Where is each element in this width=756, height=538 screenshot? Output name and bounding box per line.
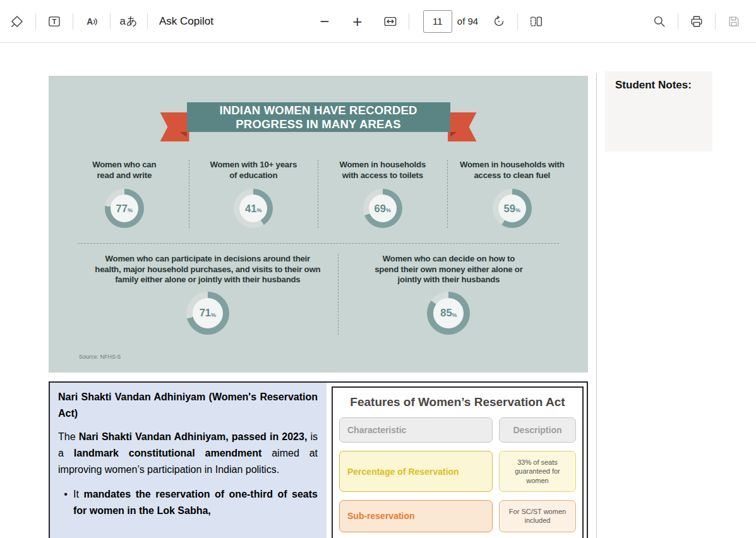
article-heading: Nari Shakti Vandan Adhiniyam (Women's Re… (58, 389, 318, 421)
text-run-bold: mandates the reservation of one-third of… (73, 489, 318, 516)
pdf-page: INDIAN WOMEN HAVE RECORDED PROGRESS IN M… (49, 76, 588, 538)
stat-value: 85 (440, 307, 452, 319)
toolbar-separator (110, 13, 111, 30)
text-run: The (58, 431, 79, 442)
ribbon-tail-left (160, 112, 189, 141)
article-panel: Nari Shakti Vandan Adhiniyam (Women's Re… (50, 383, 327, 538)
stat-clean-fuel: Women in households with access to clean… (448, 160, 577, 228)
stat-label: Women who can read and write (65, 160, 184, 181)
percent-sign: % (386, 207, 391, 213)
article-bullet: • It mandates the reservation of one-thi… (58, 486, 318, 519)
save-icon[interactable] (722, 9, 746, 33)
table-header-row: Characteristic Description (333, 417, 582, 443)
search-icon[interactable] (647, 9, 671, 33)
print-icon[interactable] (685, 9, 709, 33)
rotate-icon[interactable] (487, 9, 511, 33)
stat-value: 41 (245, 203, 256, 215)
add-text-icon[interactable]: T (42, 9, 66, 33)
cell-characteristic: Percentage of Reservation (339, 451, 493, 492)
stat-label: Women in households with access to clean… (453, 160, 572, 181)
stat-read-write: Women who can read and write 77% (60, 160, 189, 228)
infographic-title-line2: PROGRESS IN MANY AREAS (236, 117, 400, 131)
features-table: Features of Women’s Reservation Act Char… (332, 386, 584, 538)
features-panel: Features of Women’s Reservation Act Char… (327, 383, 587, 538)
student-notes-title: Student Notes: (615, 79, 702, 92)
table-row: Sub-reservation For SC/ST women included (333, 500, 582, 532)
zoom-out-button[interactable]: − (313, 9, 337, 33)
stat-education: Women with 10+ years of education 41% (189, 160, 319, 228)
minus-icon: − (320, 13, 329, 30)
stat-value: 71 (200, 307, 211, 319)
toolbar-separator (715, 13, 716, 30)
donut-chart: 71% (186, 292, 229, 335)
table-row: Percentage of Reservation 33% of seats g… (333, 451, 582, 492)
text-run-bold: Nari Shakti Vandan Adhiniyam, passed in … (79, 431, 308, 442)
dashed-divider (78, 243, 559, 244)
infographic-title-line1: INDIAN WOMEN HAVE RECORDED (219, 104, 417, 117)
page-count-label: of 94 (457, 16, 478, 27)
text-run-bold: landmark constitutional amendment (74, 448, 262, 458)
article-paragraph: The Nari Shakti Vandan Adhiniyam, passed… (58, 429, 318, 478)
toolbar-separator (517, 13, 518, 30)
fit-to-width-icon[interactable] (378, 9, 402, 33)
cell-characteristic: Sub-reservation (339, 500, 493, 532)
stat-decisions: Women who can participate in decisions a… (78, 254, 339, 335)
header-characteristic: Characteristic (339, 417, 493, 443)
stat-label: Women who can participate in decisions a… (87, 254, 329, 285)
toolbar-separator (409, 13, 409, 30)
document-section: Nari Shakti Vandan Adhiniyam (Women's Re… (49, 381, 588, 538)
bullet-marker: • (58, 486, 73, 519)
header-description: Description (499, 417, 576, 443)
donut-chart: 85% (427, 292, 470, 335)
content-divider (596, 73, 597, 538)
stat-own-money: Women who can decide on how to spend the… (339, 254, 559, 335)
stat-value: 69 (375, 203, 386, 215)
stat-label: Women in households with access to toile… (323, 160, 442, 181)
percent-sign: % (211, 312, 216, 318)
cell-description: For SC/ST women included (499, 500, 576, 532)
donut-chart: 77% (105, 189, 144, 228)
highlighter-icon[interactable] (5, 9, 29, 33)
stat-label: Women with 10+ years of education (195, 160, 313, 181)
donut-chart: 41% (234, 189, 273, 228)
toolbar-separator (73, 13, 73, 30)
infographic-source: Source: NFHS-5 (79, 354, 121, 360)
percent-sign: % (515, 207, 520, 213)
plus-icon: + (352, 13, 362, 30)
stat-value: 77 (116, 203, 128, 215)
translate-icon[interactable]: aあ (117, 9, 141, 33)
text-run: It (73, 489, 83, 499)
read-aloud-icon[interactable]: A (80, 9, 104, 33)
page-view-icon[interactable] (524, 9, 548, 33)
ribbon-tail-right (448, 112, 477, 141)
percent-sign: % (452, 312, 457, 318)
stat-toilets: Women in households with access to toile… (318, 160, 448, 228)
infographic-title-banner: INDIAN WOMEN HAVE RECORDED PROGRESS IN M… (187, 102, 450, 132)
student-notes-panel: Student Notes: (605, 71, 712, 152)
stat-value: 59 (504, 203, 515, 215)
percent-sign: % (256, 207, 261, 213)
svg-text:A: A (87, 17, 93, 27)
toolbar-separator (678, 13, 678, 30)
stat-label: Women who can decide on how to spend the… (347, 254, 550, 285)
page-number-input[interactable] (423, 10, 452, 33)
features-title: Features of Women’s Reservation Act (333, 395, 582, 409)
zoom-in-button[interactable]: + (345, 9, 369, 33)
donut-chart: 59% (493, 189, 532, 228)
percent-sign: % (128, 207, 133, 213)
svg-text:T: T (52, 17, 57, 25)
toolbar-separator (147, 13, 148, 30)
pdf-toolbar: T A aあ Ask Copilot − + of 94 (0, 0, 756, 43)
ask-copilot-button[interactable]: Ask Copilot (159, 15, 213, 28)
donut-chart: 69% (363, 189, 402, 228)
cell-description: 33% of seats guaranteed for women (499, 451, 576, 492)
infographic: INDIAN WOMEN HAVE RECORDED PROGRESS IN M… (49, 76, 588, 373)
toolbar-separator (35, 13, 36, 30)
